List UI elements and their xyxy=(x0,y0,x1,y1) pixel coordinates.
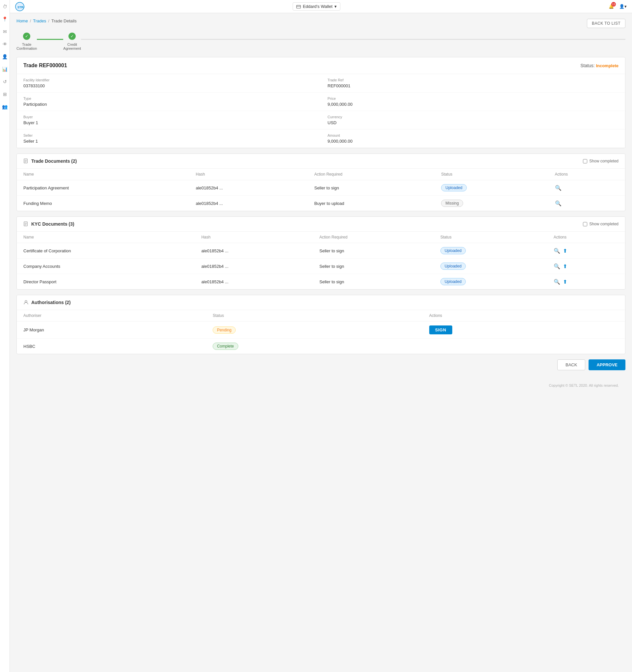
sign-button[interactable]: SIGN xyxy=(429,326,452,334)
doc-hash: ale01852b4 ... xyxy=(195,274,313,290)
breadcrumb-sep-1: / xyxy=(30,19,31,23)
kyc-document-icon xyxy=(23,221,29,226)
step-2-circle: ✓ xyxy=(69,32,76,40)
col-actions: Actions xyxy=(547,232,625,243)
document-icon xyxy=(23,159,29,164)
doc-action: Seller to sign xyxy=(313,259,433,274)
footer: Copyright © SETL 2020. All rights reserv… xyxy=(17,380,626,391)
trade-docs-show-completed-label: Show completed xyxy=(589,159,618,163)
status-badge-uploaded: Uploaded xyxy=(440,278,466,285)
header-right: 🔔 15 👤▾ xyxy=(609,4,627,9)
authoriser-actions xyxy=(423,339,625,354)
value-currency: USD xyxy=(328,120,618,125)
step-1-label: TradeConfirmation xyxy=(17,43,37,50)
trade-info-card: Trade REF000001 Status: Incomplete Facil… xyxy=(17,57,626,148)
info-cell-amount: Amount 9,000,000.00 xyxy=(321,129,625,148)
sidebar-icon-location[interactable] xyxy=(2,16,8,22)
col-name: Name xyxy=(17,169,189,180)
user-menu-icon[interactable]: 👤▾ xyxy=(619,4,627,9)
sidebar-icon-eye[interactable] xyxy=(2,41,8,47)
doc-status: Uploaded xyxy=(434,243,547,259)
view-icon[interactable]: 🔍 xyxy=(555,200,561,207)
sidebar-icon-users[interactable] xyxy=(2,53,8,60)
doc-status: Uploaded xyxy=(434,180,548,196)
breadcrumb-current: Trade Details xyxy=(51,19,77,23)
doc-hash: ale01852b4 ... xyxy=(189,196,308,211)
authoriser-status: Pending xyxy=(206,321,423,339)
col-name: Name xyxy=(17,232,195,243)
status-badge-missing: Missing xyxy=(441,200,463,207)
sidebar-icon-refresh[interactable] xyxy=(2,78,8,85)
table-row: JP Morgan Pending SIGN xyxy=(17,321,625,339)
svg-point-11 xyxy=(25,301,27,303)
doc-name: Director Passport xyxy=(17,274,195,290)
sidebar-icon-grid[interactable] xyxy=(2,91,8,97)
authorisations-title: Authorisations (2) xyxy=(23,300,71,305)
bottom-actions: BACK APPROVE xyxy=(17,359,626,370)
status-label: Status: xyxy=(580,63,595,68)
value-trade-ref: REF000001 xyxy=(328,83,618,88)
doc-name: Participation Agreement xyxy=(17,180,189,196)
status-value: Incomplete xyxy=(596,63,618,68)
person-icon xyxy=(23,300,29,305)
sidebar-icon-chart[interactable] xyxy=(2,66,8,72)
trade-docs-title-text: Trade Documents (2) xyxy=(31,159,77,164)
notification-icon[interactable]: 🔔 15 xyxy=(609,4,614,9)
wallet-name: Eddard's Wallet xyxy=(303,4,332,9)
wallet-selector[interactable]: Eddard's Wallet ▾ xyxy=(293,2,340,10)
authorisations-title-text: Authorisations (2) xyxy=(31,300,71,305)
step-trade-confirmation: ✓ TradeConfirmation xyxy=(17,32,37,50)
upload-icon[interactable]: ⬆ xyxy=(563,263,567,269)
logo-area: STRA xyxy=(15,2,24,11)
doc-status: Missing xyxy=(434,196,548,211)
upload-icon[interactable]: ⬆ xyxy=(563,248,567,254)
breadcrumb-trades[interactable]: Trades xyxy=(33,19,46,23)
authoriser-name: JP Morgan xyxy=(17,321,206,339)
trade-documents-card: Trade Documents (2) Show completed Name … xyxy=(17,153,626,211)
info-cell-seller: Seller Seller 1 xyxy=(17,129,321,148)
table-row: Participation Agreement ale01852b4 ... S… xyxy=(17,180,625,196)
back-button[interactable]: BACK xyxy=(557,359,585,370)
kyc-docs-show-completed-checkbox[interactable] xyxy=(583,222,587,226)
col-actions: Actions xyxy=(548,169,625,180)
doc-status: Uploaded xyxy=(434,274,547,290)
back-to-list-button[interactable]: BACK TO LIST xyxy=(587,19,626,28)
kyc-docs-show-completed-label: Show completed xyxy=(589,222,618,226)
col-status: Status xyxy=(206,310,423,321)
upload-icon[interactable]: ⬆ xyxy=(563,279,567,285)
view-icon[interactable]: 🔍 xyxy=(554,263,560,269)
authoriser-name: HSBC xyxy=(17,339,206,354)
view-icon[interactable]: 🔍 xyxy=(554,248,560,254)
value-buyer: Buyer 1 xyxy=(23,120,314,125)
logo-icon: STRA xyxy=(15,2,24,11)
sidebar-icon-clock[interactable] xyxy=(2,3,8,10)
authorisations-table: Authoriser Status Actions JP Morgan Pend… xyxy=(17,310,625,354)
status-badge-uploaded: Uploaded xyxy=(441,184,466,191)
breadcrumb-home[interactable]: Home xyxy=(17,19,28,23)
col-status: Status xyxy=(434,232,547,243)
doc-action: Seller to sign xyxy=(313,243,433,259)
kyc-docs-header: KYC Documents (3) Show completed xyxy=(17,217,625,232)
doc-actions-cell: 🔍 xyxy=(548,180,625,196)
view-icon[interactable]: 🔍 xyxy=(555,185,561,191)
action-icons: 🔍 ⬆ xyxy=(554,263,618,269)
approve-button[interactable]: APPROVE xyxy=(588,359,626,370)
kyc-documents-card: KYC Documents (3) Show completed Name Ha… xyxy=(17,216,626,290)
doc-actions-cell: 🔍 xyxy=(548,196,625,211)
doc-actions-cell: 🔍 ⬆ xyxy=(547,243,625,259)
col-actions: Actions xyxy=(423,310,625,321)
trade-docs-header: Trade Documents (2) Show completed xyxy=(17,154,625,169)
trade-card-header: Trade REF000001 Status: Incomplete xyxy=(17,57,625,74)
trade-docs-show-completed-checkbox[interactable] xyxy=(583,159,587,163)
status-badge-uploaded: Uploaded xyxy=(440,263,466,270)
doc-hash: ale01852b4 ... xyxy=(195,259,313,274)
status-badge-uploaded: Uploaded xyxy=(440,247,466,254)
sidebar-icon-person[interactable] xyxy=(2,103,8,110)
info-cell-price: Price 9,000,000.00 xyxy=(321,93,625,111)
sidebar-icon-mail[interactable] xyxy=(2,28,8,35)
view-icon[interactable]: 🔍 xyxy=(554,279,560,285)
authoriser-actions: SIGN xyxy=(423,321,625,339)
step-2-label: CreditAgreement xyxy=(63,43,81,50)
authoriser-status: Complete xyxy=(206,339,423,354)
kyc-docs-title-text: KYC Documents (3) xyxy=(31,221,74,226)
